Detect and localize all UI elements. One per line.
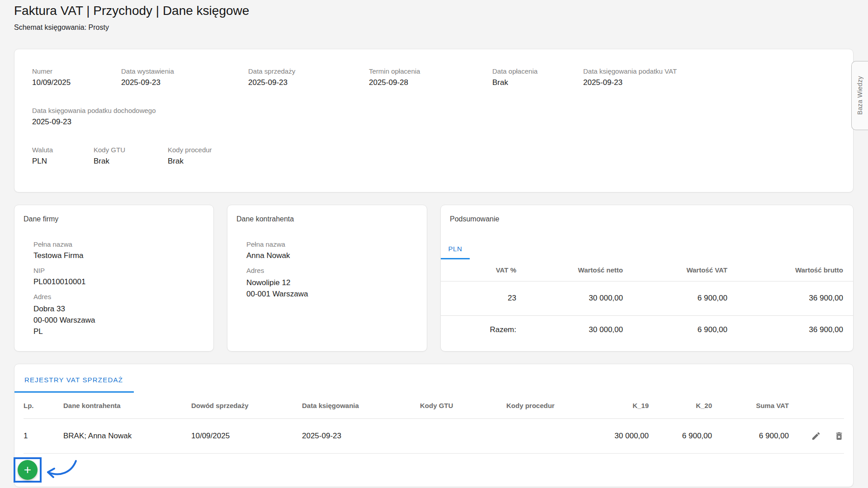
annotation-highlight-box: + — [14, 457, 42, 483]
registry-cell-suma-vat: 6 900,00 — [712, 418, 789, 453]
field-label: Pełna nazwa — [246, 240, 418, 249]
summary-cell-brutto: 36 900,00 — [727, 281, 853, 315]
vat-registry-card: REJESTRY VAT SPRZEDAŻ Lp. Dane kontrahen… — [14, 364, 854, 487]
field-value: 10/09/2025 — [32, 78, 121, 88]
summary-header-netto: Wartość netto — [516, 259, 623, 281]
summary-card: Podsumowanie PLN VAT % Wartość netto War… — [440, 205, 854, 352]
address-line: 00-000 Warszawa — [33, 314, 204, 326]
company-name-field: Pełna nazwa Testowa Firma — [33, 240, 204, 261]
registry-cell-k20: 6 900,00 — [649, 418, 712, 453]
registry-cell-lp: 1 — [24, 418, 63, 453]
field-value: Brak — [94, 156, 168, 166]
invoice-field-row-3: Waluta PLN Kody GTU Brak Kody procedur B… — [32, 146, 842, 166]
summary-total-brutto: 36 900,00 — [727, 315, 853, 344]
registry-header-kody-procedur: Kody procedur — [506, 393, 592, 418]
address-line: Dobra 33 — [33, 303, 204, 314]
field-termin-oplacenia: Termin opłacenia 2025-09-28 — [369, 67, 492, 88]
field-label: Pełna nazwa — [33, 240, 204, 249]
company-card: Dane firmy Pełna nazwa Testowa Firma NIP… — [14, 205, 214, 352]
field-value: PL0010010001 — [33, 277, 204, 287]
registry-row-actions — [789, 418, 844, 453]
summary-currency-tabs: PLN — [441, 239, 853, 259]
field-data-ksiegowania-dochodowego: Data księgowania podatku dochodowego 202… — [32, 107, 156, 127]
field-label: NIP — [33, 267, 204, 275]
summary-header-vat: VAT % — [441, 259, 516, 281]
knowledge-base-tab-label: Baza Wiedzy — [856, 76, 863, 115]
field-label: Data księgowania podatku VAT — [583, 67, 677, 75]
summary-header-brutto: Wartość brutto — [727, 259, 853, 281]
registry-cell-kody-gtu — [420, 418, 506, 453]
registry-cell-dowod: 10/09/2025 — [191, 418, 302, 453]
contractor-card: Dane kontrahenta Pełna nazwa Anna Nowak … — [227, 205, 427, 352]
field-data-wystawienia: Data wystawienia 2025-09-23 — [121, 67, 248, 88]
company-nip-field: NIP PL0010010001 — [33, 267, 204, 287]
field-value: 2025-09-23 — [121, 78, 248, 88]
field-kody-procedur: Kody procedur Brak — [168, 146, 212, 166]
registry-cell-k19: 30 000,00 — [592, 418, 649, 453]
field-label: Kody procedur — [168, 146, 212, 154]
registry-header-kody-gtu: Kody GTU — [420, 393, 506, 418]
field-label: Waluta — [32, 146, 94, 154]
summary-total-row: Razem: 30 000,00 6 900,00 36 900,00 — [441, 315, 853, 344]
registry-header-actions — [789, 393, 844, 418]
company-fields: Pełna nazwa Testowa Firma NIP PL00100100… — [33, 240, 204, 337]
summary-cell-vat: 6 900,00 — [623, 281, 727, 315]
registry-row: 1 BRAK; Anna Nowak 10/09/2025 2025-09-23… — [24, 418, 844, 453]
summary-header-row: VAT % Wartość netto Wartość VAT Wartość … — [441, 259, 853, 281]
summary-header-vat-value: Wartość VAT — [623, 259, 727, 281]
registry-cell-kontrahent: BRAK; Anna Nowak — [63, 418, 191, 453]
registry-header-kontrahent: Dane kontrahenta — [63, 393, 191, 418]
field-value: Anna Nowak — [246, 251, 418, 261]
field-value: PLN — [32, 156, 94, 166]
tab-currency-pln[interactable]: PLN — [441, 239, 470, 259]
registry-header-data-ksiegowania: Data księgowania — [302, 393, 420, 418]
contractor-fields: Pełna nazwa Anna Nowak Adres Nowolipie 1… — [246, 240, 418, 300]
delete-icon[interactable] — [834, 431, 844, 441]
contractor-address-field: Adres Nowolipie 12 00-001 Warszawa — [246, 267, 418, 300]
field-label: Data sprzedaży — [248, 67, 369, 75]
field-kody-gtu: Kody GTU Brak — [94, 146, 168, 166]
field-label: Numer — [32, 67, 121, 75]
field-label: Data opłacenia — [492, 67, 583, 75]
field-numer: Numer 10/09/2025 — [32, 67, 121, 88]
registry-cell-kody-procedur — [506, 418, 592, 453]
field-value: 2025-09-23 — [583, 78, 677, 88]
summary-table: VAT % Wartość netto Wartość VAT Wartość … — [441, 259, 853, 344]
field-label: Adres — [246, 267, 418, 275]
page-title: Faktura VAT | Przychody | Dane księgowe — [14, 4, 249, 18]
registry-table: Lp. Dane kontrahenta Dowód sprzedaży Dat… — [24, 393, 844, 454]
summary-card-title: Podsumowanie — [441, 215, 853, 223]
summary-total-vat: 6 900,00 — [623, 315, 727, 344]
add-row-button[interactable]: + — [18, 460, 38, 480]
registry-header-suma-vat: Suma VAT — [712, 393, 789, 418]
field-value: Brak — [492, 78, 583, 88]
registry-header-lp: Lp. — [24, 393, 63, 418]
summary-total-netto: 30 000,00 — [516, 315, 623, 344]
summary-total-label: Razem: — [441, 315, 516, 344]
invoice-field-row-1: Numer 10/09/2025 Data wystawienia 2025-0… — [32, 67, 842, 88]
field-value: 2025-09-23 — [248, 78, 369, 88]
annotation-arrow — [43, 457, 81, 481]
field-label: Kody GTU — [94, 146, 168, 154]
registry-header-row: Lp. Dane kontrahenta Dowód sprzedaży Dat… — [24, 393, 844, 418]
registry-header-k19: K_19 — [592, 393, 649, 418]
registry-cell-data-ksiegowania: 2025-09-23 — [302, 418, 420, 453]
field-value: 2025-09-23 — [32, 117, 156, 127]
address-line: PL — [33, 326, 204, 337]
company-card-title: Dane firmy — [24, 215, 204, 223]
field-label: Data księgowania podatku dochodowego — [32, 107, 156, 115]
contractor-name-field: Pełna nazwa Anna Nowak — [246, 240, 418, 261]
field-waluta: Waluta PLN — [32, 146, 94, 166]
tab-rejestry-vat-sprzedaz[interactable]: REJESTRY VAT SPRZEDAŻ — [14, 364, 134, 393]
field-value: Testowa Firma — [33, 251, 204, 261]
field-label: Termin opłacenia — [369, 67, 492, 75]
edit-icon[interactable] — [811, 431, 821, 441]
page-subtitle: Schemat księgowania: Prosty — [14, 23, 109, 32]
knowledge-base-tab[interactable]: Baza Wiedzy — [851, 61, 868, 130]
field-label: Data wystawienia — [121, 67, 248, 75]
field-data-oplacenia: Data opłacenia Brak — [492, 67, 583, 88]
invoice-header-card: Numer 10/09/2025 Data wystawienia 2025-0… — [14, 49, 854, 192]
field-data-ksiegowania-vat: Data księgowania podatku VAT 2025-09-23 — [583, 67, 677, 88]
address-line: 00-001 Warszawa — [246, 288, 418, 300]
field-value: 2025-09-28 — [369, 78, 492, 88]
